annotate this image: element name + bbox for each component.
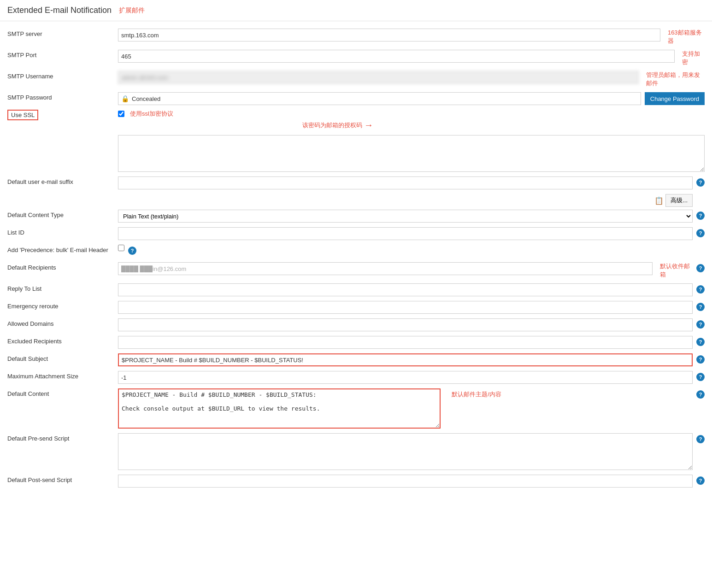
default-subject-help-icon[interactable]: ? bbox=[696, 355, 705, 364]
default-subject-label: Default Subject bbox=[7, 353, 118, 362]
allowed-domains-control: ? bbox=[118, 318, 705, 331]
page-header: Extended E-mail Notification 扩展邮件 bbox=[0, 0, 712, 21]
advanced-textarea-area bbox=[118, 135, 705, 172]
advanced-email-textarea-row bbox=[7, 135, 705, 172]
smtp-server-control: 163邮箱服务器 bbox=[118, 29, 705, 45]
emergency-reroute-row: Emergency reroute ? bbox=[7, 301, 705, 314]
excluded-recipients-label: Excluded Recipients bbox=[7, 336, 118, 345]
default-content-type-label: Default Content Type bbox=[7, 210, 118, 218]
default-content-type-control: Plain Text (text/plain) HTML (text/html)… bbox=[118, 210, 705, 223]
use-ssl-checkbox[interactable] bbox=[118, 111, 124, 117]
add-precedence-label: Add 'Precedence: bulk' E-mail Header bbox=[7, 245, 118, 253]
default-suffix-input[interactable] bbox=[118, 176, 693, 189]
default-presend-textarea[interactable] bbox=[118, 433, 693, 470]
smtp-port-label: SMTP Port bbox=[7, 50, 118, 59]
add-precedence-row: Add 'Precedence: bulk' E-mail Header ? bbox=[7, 245, 705, 258]
page-title: Extended E-mail Notification bbox=[7, 6, 112, 15]
default-suffix-label: Default user e-mail suffix bbox=[7, 176, 118, 185]
default-recipients-input[interactable] bbox=[118, 262, 653, 275]
default-recipients-help-icon[interactable]: ? bbox=[696, 264, 705, 272]
reply-to-list-help-icon[interactable]: ? bbox=[696, 285, 705, 294]
smtp-server-annotation: 163邮箱服务器 bbox=[668, 29, 705, 45]
copy-icon: 📋 bbox=[654, 196, 664, 205]
max-attachment-help-icon[interactable]: ? bbox=[696, 373, 705, 381]
default-content-help-icon[interactable]: ? bbox=[696, 390, 705, 399]
default-postsend-input[interactable] bbox=[118, 475, 693, 488]
use-ssl-annotation: 使用ssl加密协议 bbox=[130, 110, 173, 118]
default-postsend-control: ? bbox=[118, 475, 705, 488]
default-presend-control: ? bbox=[118, 433, 705, 470]
default-suffix-help-icon[interactable]: ? bbox=[696, 178, 705, 187]
default-recipients-annotation: 默认收件邮箱 bbox=[660, 262, 693, 279]
smtp-username-control: 管理员邮箱，用来发邮件 bbox=[118, 71, 705, 88]
emergency-reroute-label: Emergency reroute bbox=[7, 301, 118, 310]
concealed-text: Concealed bbox=[132, 95, 638, 102]
emergency-reroute-input[interactable] bbox=[118, 301, 693, 314]
default-postsend-row: Default Post-send Script ? bbox=[7, 475, 705, 488]
use-ssl-control: 使用ssl加密协议 该密码为邮箱的授权码 → bbox=[118, 110, 705, 130]
smtp-port-input[interactable] bbox=[118, 50, 675, 63]
advanced-email-textarea[interactable] bbox=[118, 135, 705, 172]
smtp-password-control: 🔒 Concealed Change Password bbox=[118, 92, 705, 105]
allowed-domains-row: Allowed Domains ? bbox=[7, 318, 705, 331]
smtp-server-label: SMTP server bbox=[7, 29, 118, 37]
smtp-port-row: SMTP Port 支持加密 bbox=[7, 50, 705, 66]
default-suffix-row: Default user e-mail suffix ? bbox=[7, 176, 705, 189]
default-presend-help-icon[interactable]: ? bbox=[696, 435, 705, 443]
default-content-type-row: Default Content Type Plain Text (text/pl… bbox=[7, 210, 705, 223]
list-id-input[interactable] bbox=[118, 227, 693, 240]
add-precedence-help-icon[interactable]: ? bbox=[128, 247, 136, 255]
smtp-username-input[interactable] bbox=[118, 71, 639, 84]
default-presend-label: Default Pre-send Script bbox=[7, 433, 118, 442]
arrow-right-icon: → bbox=[364, 120, 373, 130]
max-attachment-input[interactable] bbox=[118, 371, 693, 384]
smtp-username-row: SMTP Username 管理员邮箱，用来发邮件 bbox=[7, 71, 705, 88]
emergency-reroute-help-icon[interactable]: ? bbox=[696, 303, 705, 311]
smtp-username-label: SMTP Username bbox=[7, 71, 118, 80]
advanced-button[interactable]: 高级... bbox=[665, 194, 693, 207]
allowed-domains-help-icon[interactable]: ? bbox=[696, 320, 705, 329]
default-postsend-label: Default Post-send Script bbox=[7, 475, 118, 483]
use-ssl-label-area: Use SSL bbox=[7, 110, 118, 118]
default-subject-row: Default Subject ? bbox=[7, 353, 705, 366]
reply-to-list-row: Reply To List ? bbox=[7, 283, 705, 296]
add-precedence-control: ? bbox=[118, 245, 705, 255]
reply-to-list-control: ? bbox=[118, 283, 705, 296]
list-id-label: List ID bbox=[7, 227, 118, 236]
smtp-password-label: SMTP Password bbox=[7, 92, 118, 101]
default-content-control: $PROJECT_NAME - Build # $BUILD_NUMBER - … bbox=[118, 388, 705, 429]
password-display: 🔒 Concealed bbox=[118, 92, 641, 105]
content-type-help-icon[interactable]: ? bbox=[696, 212, 705, 220]
excluded-recipients-row: Excluded Recipients ? bbox=[7, 336, 705, 349]
default-subject-input[interactable] bbox=[118, 353, 693, 366]
use-ssl-row: Use SSL 使用ssl加密协议 该密码为邮箱的授权码 → bbox=[7, 110, 705, 130]
smtp-server-row: SMTP server 163邮箱服务器 bbox=[7, 29, 705, 45]
default-suffix-control: ? bbox=[118, 176, 705, 189]
advanced-row: 📋 高级... bbox=[7, 194, 705, 207]
reply-to-list-input[interactable] bbox=[118, 283, 693, 296]
excluded-recipients-help-icon[interactable]: ? bbox=[696, 338, 705, 346]
lock-icon: 🔒 bbox=[121, 95, 129, 102]
smtp-username-annotation: 管理员邮箱，用来发邮件 bbox=[646, 71, 705, 88]
default-postsend-help-icon[interactable]: ? bbox=[696, 476, 705, 485]
excluded-recipients-input[interactable] bbox=[118, 336, 693, 349]
default-content-type-select[interactable]: Plain Text (text/plain) HTML (text/html) bbox=[118, 210, 693, 223]
smtp-server-input[interactable] bbox=[118, 29, 660, 41]
default-content-textarea[interactable]: $PROJECT_NAME - Build # $BUILD_NUMBER - … bbox=[118, 388, 441, 429]
default-recipients-label: Default Recipients bbox=[7, 262, 118, 271]
change-password-button[interactable]: Change Password bbox=[645, 92, 705, 105]
advanced-email-label bbox=[7, 135, 118, 137]
add-precedence-checkbox[interactable] bbox=[118, 245, 124, 251]
allowed-domains-label: Allowed Domains bbox=[7, 318, 118, 327]
max-attachment-row: Maximum Attachment Size ? bbox=[7, 371, 705, 384]
page-subtitle: 扩展邮件 bbox=[119, 6, 145, 15]
default-content-label: Default Content bbox=[7, 388, 118, 397]
allowed-domains-input[interactable] bbox=[118, 318, 693, 331]
max-attachment-label: Maximum Attachment Size bbox=[7, 371, 118, 380]
default-recipients-control: 默认收件邮箱 ? bbox=[118, 262, 705, 279]
reply-to-list-label: Reply To List bbox=[7, 283, 118, 292]
default-subject-control: ? bbox=[118, 353, 705, 366]
list-id-row: List ID ? bbox=[7, 227, 705, 240]
list-id-help-icon[interactable]: ? bbox=[696, 229, 705, 237]
default-presend-row: Default Pre-send Script ? bbox=[7, 433, 705, 470]
